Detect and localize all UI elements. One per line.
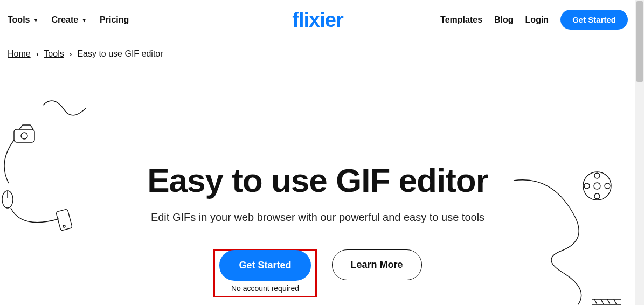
chevron-down-icon: ▼	[81, 18, 87, 23]
nav-pricing-label: Pricing	[100, 15, 129, 25]
page-title: Easy to use GIF editor	[0, 161, 635, 199]
nav-templates[interactable]: Templates	[440, 15, 482, 25]
nav-left: Tools ▼ Create ▼ Pricing	[8, 15, 129, 25]
breadcrumb-current: Easy to use GIF editor	[77, 49, 163, 59]
hero-buttons: Get Started No account required Learn Mo…	[0, 249, 635, 297]
page-subtitle: Edit GIFs in your web browser with our p…	[0, 211, 635, 224]
chevron-down-icon: ▼	[33, 18, 38, 23]
breadcrumb-home[interactable]: Home	[8, 49, 31, 59]
nav-tools-label: Tools	[8, 15, 30, 25]
nav-tools[interactable]: Tools ▼	[8, 15, 38, 25]
nav-login[interactable]: Login	[525, 15, 549, 25]
header: Tools ▼ Create ▼ Pricing flixier Templat…	[0, 0, 635, 35]
learn-more-button[interactable]: Learn More	[332, 249, 422, 280]
primary-cta-highlight-box: Get Started No account required	[213, 249, 316, 297]
scrollbar-track[interactable]	[635, 0, 644, 305]
hero: Easy to use GIF editor Edit GIFs in your…	[0, 59, 635, 297]
logo[interactable]: flixier	[292, 9, 343, 32]
primary-cta-subtext: No account required	[231, 284, 299, 293]
nav-right: Templates Blog Login Get Started	[440, 10, 628, 30]
chevron-right-icon: ›	[36, 50, 39, 58]
chevron-right-icon: ›	[70, 50, 72, 58]
get-started-header-button[interactable]: Get Started	[560, 10, 628, 30]
breadcrumb-tools[interactable]: Tools	[44, 49, 64, 59]
nav-create-label: Create	[51, 15, 78, 25]
nav-pricing[interactable]: Pricing	[100, 15, 129, 25]
scrollbar-thumb[interactable]	[636, 1, 643, 82]
get-started-button[interactable]: Get Started	[219, 250, 310, 281]
nav-create[interactable]: Create ▼	[51, 15, 87, 25]
nav-blog[interactable]: Blog	[494, 15, 514, 25]
breadcrumb: Home › Tools › Easy to use GIF editor	[0, 35, 635, 59]
